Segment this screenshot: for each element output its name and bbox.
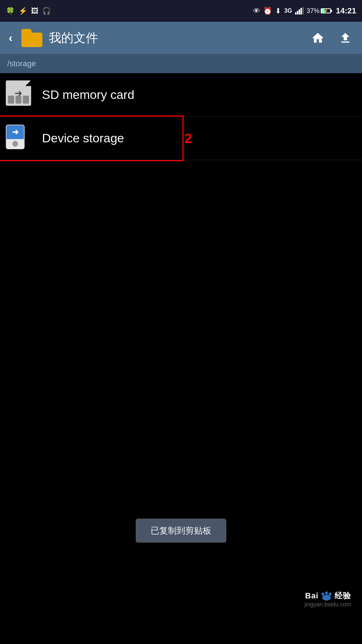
download-icon: ⬇ xyxy=(275,7,281,15)
image-icon: 🖼 xyxy=(31,7,38,15)
baidu-paw-icon xyxy=(320,590,333,601)
phone-screen: ➜ xyxy=(7,125,24,139)
baidu-logo-text: Bai xyxy=(305,591,319,601)
sd-arrow-icon: ➜ xyxy=(14,87,22,99)
device-storage-icon: ➜ xyxy=(6,124,31,149)
headphone-icon: 🎧 xyxy=(42,7,51,15)
baidu-jingyan-text: 经验 xyxy=(334,590,351,601)
baidu-domain-text: jingyan.baidu.com xyxy=(304,601,351,608)
svg-point-8 xyxy=(329,593,332,595)
svg-point-5 xyxy=(322,595,331,601)
time-display: 14:21 xyxy=(336,6,356,16)
folder-body xyxy=(21,33,42,47)
clover-icon: 🍀 xyxy=(6,7,15,15)
signal-bars-icon xyxy=(295,7,304,14)
upload-icon xyxy=(338,31,352,45)
usb-icon: ⚡ xyxy=(18,7,28,15)
battery-bar: ⚡ xyxy=(321,8,331,13)
svg-rect-3 xyxy=(300,8,302,14)
file-list: ➜ SD memory card ➜ De xyxy=(0,73,362,160)
sd-card-label: SD memory card xyxy=(42,88,134,102)
svg-rect-1 xyxy=(297,11,298,14)
svg-rect-4 xyxy=(302,7,304,14)
sd-card-icon-wrap: ➜ xyxy=(6,80,35,109)
breadcrumb-bar: /storage xyxy=(0,54,362,73)
page-title: 我的文件 xyxy=(49,30,301,46)
main-content: ➜ SD memory card ➜ De xyxy=(0,73,362,644)
folder-icon xyxy=(21,29,43,47)
signal-3g-icon: 3G xyxy=(284,8,292,14)
annotation-number-2: 2 xyxy=(185,131,192,146)
svg-point-7 xyxy=(325,591,328,594)
back-button[interactable]: ‹ xyxy=(6,30,16,46)
svg-point-6 xyxy=(321,593,324,595)
baidu-watermark: Bai 经验 jingyan.baidu.com xyxy=(304,590,351,608)
svg-rect-0 xyxy=(295,12,296,14)
phone-arrow-icon: ➜ xyxy=(12,127,18,137)
device-storage-label: Device storage xyxy=(42,131,124,145)
eye-icon: 👁 xyxy=(253,7,260,15)
breadcrumb-path: /storage xyxy=(7,59,36,68)
title-bar: ‹ 我的文件 xyxy=(0,22,362,54)
list-item-device-storage[interactable]: ➜ Device storage 2 xyxy=(0,117,362,160)
status-bar-right-icons: 👁 ⏰ ⬇ 3G 37% ⚡ 14:21 xyxy=(253,6,356,16)
phone-bottom xyxy=(7,139,24,149)
status-bar: 🍀 ⚡ 🖼 🎧 👁 ⏰ ⬇ 3G 37% ⚡ xyxy=(0,0,362,22)
device-storage-icon-container: ➜ xyxy=(6,124,35,153)
phone-home-btn xyxy=(12,141,18,147)
sd-notch xyxy=(25,80,31,86)
sd-stripe-1 xyxy=(8,96,14,104)
home-button[interactable] xyxy=(307,27,329,49)
list-item-sd-card[interactable]: ➜ SD memory card xyxy=(0,73,362,117)
sd-card-icon: ➜ xyxy=(6,80,31,106)
status-bar-left-icons: 🍀 ⚡ 🖼 🎧 xyxy=(6,7,51,15)
alarm-icon: ⏰ xyxy=(263,7,272,15)
svg-rect-2 xyxy=(299,9,300,14)
home-icon xyxy=(311,31,325,45)
toast-notification: 已复制到剪贴板 xyxy=(136,519,226,543)
phone-icon: ➜ xyxy=(6,125,25,149)
title-bar-actions xyxy=(307,27,356,49)
battery-lightning-icon: ⚡ xyxy=(323,9,328,13)
upload-button[interactable] xyxy=(334,27,356,49)
battery-percent-text: 37% xyxy=(307,7,320,15)
battery-indicator: 37% ⚡ xyxy=(307,7,331,15)
sd-stripe-3 xyxy=(23,96,29,104)
baidu-brand-block: Bai 经验 jingyan.baidu.com xyxy=(304,590,351,608)
toast-text: 已复制到剪贴板 xyxy=(151,526,211,535)
